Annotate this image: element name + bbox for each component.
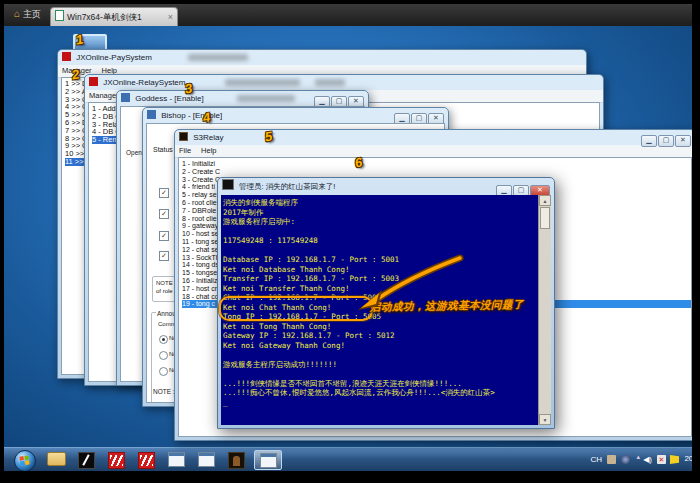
censored-text [225,79,300,86]
annotation-arrow [354,252,466,316]
console-titlebar[interactable]: 管理员: 消失的红山茶回来了! ▁▢✕ [218,178,554,195]
console-title: 管理员: 消失的红山茶回来了! [239,182,335,191]
action-center-flag-icon[interactable] [670,455,679,464]
kingsoft-icon [108,452,125,469]
home-button[interactable]: ⌂主页 [14,8,41,21]
censored-text [188,54,248,61]
console-line: 117549248 : 117549248 [223,236,536,246]
maximize-button[interactable]: ▢ [658,135,674,147]
close-button[interactable]: ✕ [675,135,691,147]
s3relay-title: S3Relay [193,133,223,142]
relaysystem-title: JXOnline-RelaySystem [103,78,185,87]
s3relay-titlebar[interactable]: S3Relay ▁▢✕ [175,130,692,145]
console-line [223,350,536,360]
scroll-up-icon[interactable]: ▲ [539,195,551,206]
status-label: Status [153,146,173,153]
censored-text [315,79,345,86]
tray-app-icon[interactable] [607,455,616,464]
console-line: ...!!!剑侠情缘是否不堪回首不堪留,浪迹天涯天涯在剑侠情缘!!!... [223,379,536,389]
tab-favicon [55,10,64,21]
open-label[interactable]: Open [126,149,142,156]
console-line [223,227,536,237]
vm-tab[interactable]: Win7x64-单机剑侠1× [50,7,178,26]
kingsoft-icon [138,452,155,469]
vm-tab-bar: ⌂主页 Win7x64-单机剑侠1× [4,4,692,27]
relaysystem-app-icon [89,77,98,86]
console-line: 消失的剑侠服务端程序 [223,198,536,208]
taskbar-window-button-2[interactable] [194,450,218,470]
log-item[interactable]: 2 - Create C [182,168,691,176]
minimize-button[interactable]: ▁ [641,135,657,147]
notify-radio[interactable] [159,367,168,376]
goddess-titlebar[interactable]: Goddess - [Enable] ▁▢✕ [117,91,368,106]
menu-item[interactable]: Help [201,145,216,157]
bishop-titlebar[interactable]: Bishop - [Enable] ▁▢✕ [143,108,448,123]
status-checkbox[interactable]: ✓ [159,188,169,198]
relaysystem-titlebar[interactable]: JXOnline-RelaySystem [85,75,603,90]
console-line: 游戏服务程序启动中: [223,217,536,227]
goddess-title: Goddess - [Enable] [135,94,203,103]
jx-sword-icon [78,452,95,469]
taskbar-clock[interactable]: 20:2 [684,454,692,463]
status-checkbox[interactable]: ✓ [159,209,169,219]
taskbar-jx-button[interactable] [74,450,98,470]
taskbar-console-button-active[interactable] [254,450,282,470]
paysystem-app-icon [62,52,71,61]
console-line [223,369,536,379]
scroll-down-icon[interactable]: ▼ [539,414,551,425]
tray-network-globe-icon[interactable] [621,455,630,464]
knight-icon [228,452,245,469]
status-checkbox[interactable]: ✓ [159,251,169,261]
console-line: Ket noi Tong Thanh Cong! [223,322,536,332]
home-label: 主页 [23,9,41,19]
paysystem-title: JXOnline-PaySystem [76,53,152,62]
notify-radio[interactable] [159,351,168,360]
desktop: 计算机 回收站 e Internet Explorer 剑侠情缘1服务端管理 J… [4,26,692,451]
taskbar-kingsoft-button-2[interactable] [134,450,158,470]
console-line: _ [223,398,536,408]
paysystem-titlebar[interactable]: JXOnline-PaySystem [58,50,586,65]
network-error-icon[interactable]: ✕ [657,455,666,464]
annotation-success-box [219,296,373,321]
language-indicator[interactable]: CH [590,455,602,464]
taskbar-window-button-1[interactable] [164,450,188,470]
log-item[interactable]: 1 - Initializi [182,160,691,168]
goddess-app-icon [121,93,130,102]
scroll-thumb[interactable] [540,207,550,229]
bishop-title: Bishop - [Enable] [161,111,222,120]
console-line: 2017年制作 [223,208,536,218]
taskbar-knight-button[interactable] [224,450,248,470]
menu-item[interactable]: File [179,145,191,157]
console-line: 游戏服务主程序启动成功!!!!!!! [223,360,536,370]
tray-show-hidden-icon[interactable]: ▴ [636,453,640,461]
console-app-icon [222,179,234,190]
censored-text [237,95,295,102]
tab-title: Win7x64-单机剑侠1 [67,12,142,22]
s3relay-app-icon [179,132,188,141]
taskbar-kingsoft-button-1[interactable] [104,450,128,470]
console-window-icon [260,453,277,468]
console-line: Gateway IP : 192.168.1.7 - Port : 5012 [223,331,536,341]
tab-close-icon[interactable]: × [168,8,173,26]
windows-flag-icon [19,455,29,465]
taskbar-explorer-button[interactable] [44,450,68,470]
start-button[interactable] [14,450,36,471]
volume-icon[interactable]: ◀) [643,455,652,464]
notify-radio[interactable] [159,335,168,344]
status-checkbox[interactable]: ✓ [159,231,169,241]
s3relay-window-buttons: ▁▢✕ [640,132,691,147]
remote-desktop-viewport: ⌂主页 Win7x64-单机剑侠1× 计算机 回收站 e Internet Ex… [4,4,692,471]
menu-item[interactable]: Manager [89,90,119,102]
folder-icon [47,452,66,466]
taskbar: CH ▴ ◀) ✕ 20:2 [4,447,692,471]
window-icon [168,452,185,467]
window-icon [198,452,215,467]
home-icon: ⌂ [14,8,20,19]
bishop-app-icon [147,110,156,119]
console-line: Ket noi Gateway Thanh Cong! [223,341,536,351]
console-line: ...!!!痴心不曾休,恨时爱悠悠,风起水回流,云作我心舟!!!...<消失的红… [223,388,536,398]
